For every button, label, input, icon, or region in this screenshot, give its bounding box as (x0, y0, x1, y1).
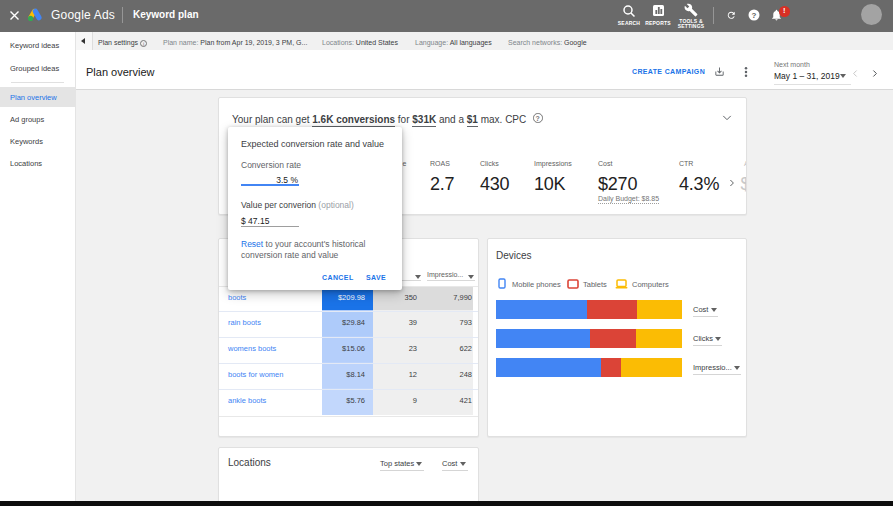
svg-text:?: ? (752, 10, 757, 19)
